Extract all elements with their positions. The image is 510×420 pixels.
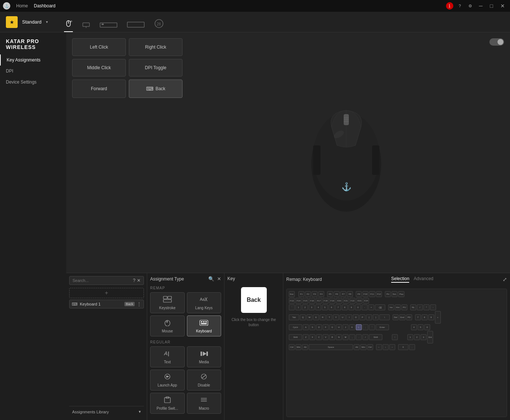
key-n[interactable]: N (336, 334, 342, 340)
key-backtick[interactable]: ` (289, 304, 295, 310)
key-f7[interactable]: F7 (340, 291, 346, 297)
key-pgdn[interactable]: PD (406, 314, 412, 320)
close-button[interactable]: ✕ (498, 3, 507, 9)
add-placeholder-button[interactable]: + (69, 288, 144, 298)
type-keyboard[interactable]: Keyboard (187, 315, 222, 336)
key-numstar[interactable]: * (424, 304, 429, 310)
key-rwin[interactable]: Win (360, 344, 366, 350)
key-end[interactable]: End (399, 314, 405, 320)
toggle-switch[interactable] (489, 38, 504, 46)
key-num8[interactable]: 8 (422, 314, 428, 320)
key-c[interactable]: C (316, 334, 322, 340)
right-click-button[interactable]: Right Click (129, 38, 183, 56)
key-f21[interactable]: F21 (343, 298, 349, 304)
key-rshift[interactable]: Shift (369, 334, 382, 340)
key-f16[interactable]: F16 (309, 298, 315, 304)
key-k[interactable]: K (349, 324, 355, 330)
type-profile-switch[interactable]: Profile Swit... (150, 393, 185, 414)
key-q[interactable]: Q (300, 314, 306, 320)
type-mouse[interactable]: Mouse (150, 315, 185, 336)
key-u[interactable]: U (340, 314, 346, 320)
key-f1[interactable]: F1 (298, 291, 304, 297)
remap-tab-selection[interactable]: Selection (391, 276, 409, 283)
key-f4[interactable]: F4 (318, 291, 324, 297)
type-macro[interactable]: Macro (187, 393, 222, 414)
key-esc[interactable]: Esc (289, 291, 295, 297)
key-1[interactable]: 1 (295, 304, 301, 310)
key-f18[interactable]: F18 (323, 298, 329, 304)
key-w[interactable]: W (307, 314, 312, 320)
search-help-icon[interactable]: ? (133, 278, 135, 283)
device-tab-3[interactable] (127, 20, 145, 32)
key-f10[interactable]: F10 (362, 291, 368, 297)
key-z[interactable]: Z (303, 334, 309, 340)
type-media[interactable]: Media (187, 346, 222, 367)
key-y[interactable]: Y (333, 314, 339, 320)
key-8[interactable]: 8 (342, 304, 348, 310)
key-lshift[interactable]: Shift (289, 334, 302, 340)
key-3[interactable]: 3 (309, 304, 315, 310)
key-f22[interactable]: F22 (350, 298, 355, 304)
key-num0[interactable]: 0 (398, 344, 408, 350)
search-input[interactable] (72, 278, 131, 283)
type-disable[interactable]: Disable (187, 370, 222, 391)
assignment-close-icon[interactable]: ✕ (217, 276, 221, 282)
key-numminus[interactable]: - (430, 304, 436, 310)
key-num3[interactable]: 3 (421, 334, 426, 340)
profile-name[interactable]: Standard (22, 19, 42, 25)
key-lctrl[interactable]: Ctrl (289, 344, 295, 350)
key-slash[interactable]: / (362, 334, 368, 340)
key-rctrl[interactable]: Ctrl (367, 344, 373, 350)
key-f12[interactable]: F12 (376, 291, 382, 297)
minimize-button[interactable]: ─ (477, 3, 485, 9)
nav-home[interactable]: Home (16, 3, 28, 8)
key-f2[interactable]: F2 (305, 291, 311, 297)
key-minus[interactable]: - (362, 304, 368, 310)
forward-button[interactable]: Forward (72, 80, 126, 98)
key-period[interactable]: . (356, 334, 362, 340)
profile-chevron-icon[interactable]: ▾ (46, 20, 48, 24)
key-scrlk[interactable]: ScL (392, 291, 397, 297)
kb-item-more[interactable]: ⋮ (137, 301, 141, 307)
device-tab-4[interactable]: 28 (154, 18, 164, 32)
key-num7[interactable]: 7 (415, 314, 421, 320)
maximize-button[interactable]: □ (488, 3, 495, 9)
key-0[interactable]: 0 (355, 304, 361, 310)
key-comma[interactable]: , (349, 334, 355, 340)
key-rbracket[interactable]: ] (373, 314, 379, 320)
key-semicolon[interactable]: ; (362, 324, 368, 330)
middle-click-button[interactable]: Middle Click (72, 59, 126, 77)
key-del[interactable]: Del (393, 314, 399, 320)
key-lbracket[interactable]: [ (366, 314, 372, 320)
type-launch-app[interactable]: Launch App (150, 370, 185, 391)
key-backspace[interactable]: ⌫ (375, 304, 385, 310)
key-lwin[interactable]: Win (295, 344, 301, 350)
key-num9[interactable]: 9 (428, 314, 434, 320)
key-pgup[interactable]: PU (401, 304, 407, 310)
key-num4[interactable]: 4 (411, 324, 417, 330)
keyboard-item[interactable]: ⌨ Keyboard 1 Back ⋮ (69, 300, 144, 308)
key-f24[interactable]: F24 (363, 298, 369, 304)
key-up[interactable]: ↑ (392, 334, 398, 340)
key-m[interactable]: M (343, 334, 348, 340)
settings-button[interactable]: ⚙ (467, 2, 474, 10)
key-f11[interactable]: F11 (369, 291, 375, 297)
key-tab[interactable]: Tab (289, 314, 299, 320)
key-space[interactable]: Space (309, 344, 353, 350)
remap-expand-icon[interactable]: ⤢ (503, 276, 507, 282)
key-d[interactable]: D (316, 324, 322, 330)
key-capslock[interactable]: CpLk (289, 324, 302, 330)
key-j[interactable]: J (343, 324, 348, 330)
key-f17[interactable]: F17 (316, 298, 322, 304)
key-x[interactable]: X (309, 334, 315, 340)
type-text[interactable]: A Text (150, 346, 185, 367)
key-home[interactable]: Hm (395, 304, 401, 310)
key-left[interactable]: ← (376, 344, 382, 350)
key-prtsc[interactable]: Prt (385, 291, 391, 297)
key-ralt[interactable]: Alt (354, 344, 360, 350)
key-f3[interactable]: F3 (312, 291, 318, 297)
key-o[interactable]: O (353, 314, 359, 320)
key-5[interactable]: 5 (322, 304, 328, 310)
key-s[interactable]: S (309, 324, 315, 330)
sidebar-item-dpi[interactable]: DPI (0, 66, 66, 77)
